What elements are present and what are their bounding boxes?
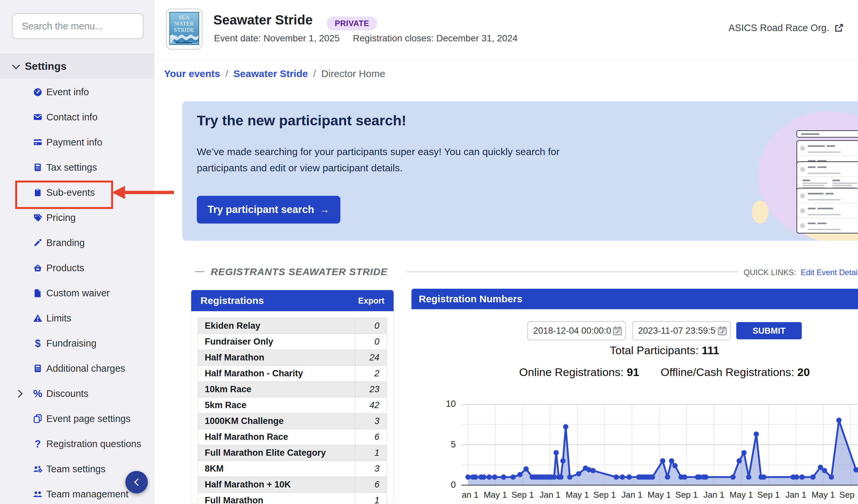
sidebar-item-label: Discounts — [46, 388, 88, 399]
warning-icon — [32, 313, 43, 323]
breadcrumb-item: Director Home — [321, 68, 385, 79]
sidebar-item-label: Additional charges — [46, 363, 125, 374]
sidebar-item-branding[interactable]: Branding — [0, 230, 154, 255]
private-badge: PRIVATE — [327, 17, 377, 30]
edit-event-details-link[interactable]: Edit Event Details — [801, 268, 858, 277]
x-axis-labels: Jan 1May 1Sep 1Jan 1May 1Sep 1Jan 1May 1… — [461, 490, 858, 503]
basket-icon — [32, 263, 43, 273]
sidebar-item-label: Pricing — [46, 212, 76, 223]
breadcrumb-separator: / — [226, 68, 228, 79]
sidebar-item-label: Team settings — [46, 464, 106, 475]
date-to-field[interactable] — [632, 321, 731, 340]
logo-text-line: WATER — [170, 20, 198, 27]
calendar-icon[interactable] — [717, 325, 727, 336]
dollar-icon: $ — [35, 338, 41, 348]
registrations-card-header: Registrations Export — [191, 290, 394, 311]
sidebar-item-additional-charges[interactable]: Additional charges — [0, 356, 154, 381]
event-logo-poster: SEA WATER STRIDE — [169, 12, 199, 45]
y-axis-tick-0: 0 — [436, 480, 456, 490]
breadcrumb-separator: / — [313, 68, 316, 79]
event-meta: Event date: November 1, 2025 Registratio… — [214, 33, 518, 44]
sidebar-item-label: Payment info — [46, 137, 102, 148]
date-to-input[interactable] — [637, 325, 717, 336]
registrations-line-chart — [461, 404, 858, 486]
sub-event-name: 5km Race — [198, 400, 355, 410]
sub-event-name: Fundraiser Only — [198, 337, 355, 347]
cta-label: Try participant search — [207, 204, 314, 216]
table-row: Full Marathon 1 — [198, 493, 387, 504]
logo-text-line: STRIDE — [170, 27, 198, 33]
registration-closes-label: Registration closes: December 31, 2024 — [353, 33, 518, 44]
date-from-input[interactable] — [533, 325, 612, 336]
quick-links-label: QUICK LINKS: — [744, 268, 796, 277]
sidebar-item-contact-info[interactable]: Contact info — [0, 104, 154, 130]
team-gear-icon — [32, 464, 43, 474]
banner-title: Try the new participant search! — [197, 112, 406, 129]
sub-event-count: 6 — [355, 429, 387, 445]
logo-caption — [176, 42, 193, 43]
y-axis-tick-5: 5 — [436, 440, 456, 450]
sidebar-item-limits[interactable]: Limits — [0, 306, 154, 331]
sidebar-item-event-info[interactable]: Event info — [0, 79, 154, 104]
calculator-icon — [32, 162, 43, 173]
sub-event-count: 42 — [355, 397, 387, 413]
envelope-icon — [32, 112, 43, 123]
registrations-table: Ekiden Relay 0Fundraiser Only 0Half Mara… — [198, 318, 387, 504]
sidebar-item-registration-questions[interactable]: ?Registration questions — [0, 431, 154, 456]
table-row: Half Marathon + 10K 6 — [198, 477, 387, 493]
sub-event-count: 3 — [355, 413, 387, 429]
breadcrumb-item[interactable]: Seawater Stride — [234, 68, 308, 79]
table-row: Half Marathon Race 6 — [198, 429, 387, 445]
section-dash — [195, 271, 204, 272]
registrants-section-title: REGISTRANTS SEAWATER STRIDE — [211, 266, 388, 277]
calendar-icon[interactable] — [612, 325, 622, 336]
sidebar-item-label: Event info — [46, 87, 89, 98]
chevron-left-icon — [134, 478, 142, 486]
table-row: Half Marathon - Charity 2 — [198, 366, 387, 381]
credit-card-icon — [32, 137, 43, 147]
submit-button[interactable]: SUBMIT — [736, 322, 802, 339]
export-button[interactable]: Export — [358, 296, 384, 306]
sidebar-item-products[interactable]: Products — [0, 255, 154, 280]
percent-icon: % — [33, 389, 42, 399]
sub-event-name: Half Marathon Race — [198, 432, 355, 442]
breadcrumb-item[interactable]: Your events — [164, 68, 220, 79]
calculator-icon — [32, 363, 43, 374]
sub-event-name: Ekiden Relay — [198, 321, 355, 331]
table-row: Ekiden Relay 0 — [198, 318, 387, 334]
arrow-right-icon: → — [319, 204, 330, 216]
menu-search-box[interactable] — [12, 13, 144, 39]
table-row: Full Marathon Elite Category 1 — [198, 445, 387, 461]
search-input[interactable] — [21, 20, 147, 32]
event-date-label: Event date: November 1, 2025 — [214, 33, 340, 44]
sidebar-item-tax-settings[interactable]: Tax settings — [0, 155, 154, 180]
offline-registrations-value: 20 — [797, 366, 810, 378]
sub-event-count: 6 — [355, 477, 387, 492]
director-home-page: Settings Event infoContact infoPayment i… — [0, 0, 858, 504]
sidebar-item-label: Team management — [46, 489, 128, 500]
sidebar-collapse-button[interactable] — [125, 471, 148, 493]
sub-event-count: 24 — [355, 350, 387, 365]
org-link[interactable]: ASICS Road Race Org. — [728, 22, 844, 33]
sidebar-item-discounts[interactable]: %Discounts — [0, 381, 154, 406]
org-name: ASICS Road Race Org. — [728, 22, 829, 33]
sidebar-item-custom-waiver[interactable]: Custom waiver — [0, 280, 154, 306]
sub-event-count: 3 — [355, 461, 387, 476]
date-from-field[interactable] — [527, 321, 626, 340]
annotation-arrow — [110, 184, 175, 200]
sidebar-item-payment-info[interactable]: Payment info — [0, 130, 154, 155]
sidebar-item-event-page-settings[interactable]: Event page settings — [0, 406, 154, 431]
table-row: 8KM 3 — [198, 461, 387, 477]
blob-decoration — [752, 200, 768, 224]
sub-event-name: 1000KM Challenge — [198, 416, 355, 426]
online-registrations-value: 91 — [627, 366, 639, 378]
sidebar-item-fundraising[interactable]: $Fundraising — [0, 331, 154, 356]
sub-event-count: 1 — [355, 445, 387, 461]
settings-menu: Event infoContact infoPayment infoTax se… — [0, 79, 154, 504]
file-icon — [32, 288, 43, 298]
try-participant-search-button[interactable]: Try participant search → — [197, 196, 340, 224]
illustration-search-card — [796, 130, 858, 137]
event-logo: SEA WATER STRIDE — [166, 9, 203, 50]
settings-section-header[interactable]: Settings — [0, 54, 154, 78]
banner-body: We’ve made searching for your participan… — [197, 144, 610, 176]
